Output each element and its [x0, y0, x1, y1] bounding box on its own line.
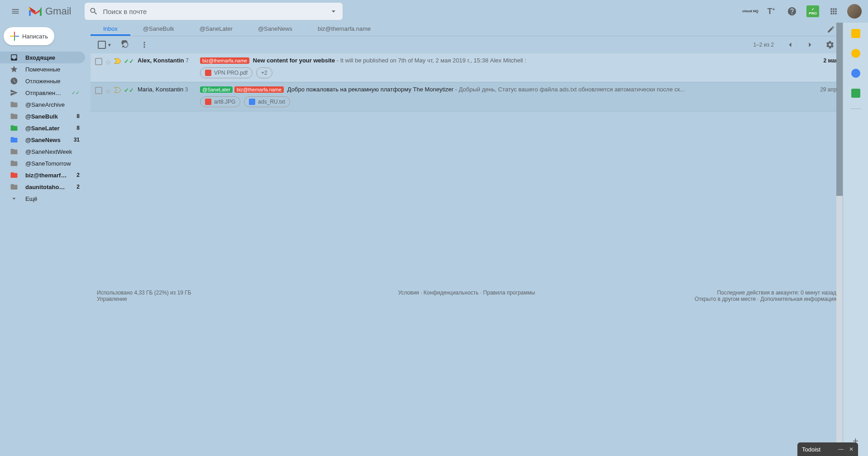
double-check-icon: ✓✓ — [124, 87, 134, 94]
attachments-row: VPN PRO.pdf+2 — [200, 67, 838, 78]
sidebar-label: @SaneTomorrow — [25, 160, 80, 167]
email-row[interactable]: ☆✓✓Maria, Konstantin 3@SaneLaterbiz@them… — [91, 82, 843, 111]
sidebar-label: @SaneArchive — [25, 101, 80, 108]
sidebar-item-входящие[interactable]: Входящие — [0, 52, 85, 63]
sidebar-label: @SaneLater — [25, 125, 69, 132]
label-chip[interactable]: @SaneLater — [200, 86, 233, 93]
file-icon — [205, 99, 211, 105]
file-icon — [205, 70, 211, 76]
refresh-button[interactable] — [117, 37, 134, 53]
label-chip[interactable]: biz@themarfa.name — [234, 86, 284, 93]
sidebar-item--sanetomorrow[interactable]: @SaneTomorrow — [0, 157, 85, 169]
sidebar-item--sanenextweek[interactable]: @SaneNextWeek — [0, 146, 85, 157]
sidebar-item-biz-themarfa-name[interactable]: biz@themarfa.name2 — [0, 169, 85, 181]
sidebar-label: Отправленные — [25, 90, 64, 96]
sender: Maria, Konstantin 3 — [138, 86, 200, 93]
open-elsewhere-link[interactable]: Открыто в другом месте — [695, 296, 756, 302]
folder-icon — [10, 183, 18, 191]
select-all-checkbox[interactable]: ▼ — [95, 38, 114, 52]
email-row[interactable]: ☆✓✓Alex, Konstantin 7biz@themarfa.name N… — [91, 53, 843, 82]
sidebar-item-отправленные[interactable]: Отправленные✓✓ — [0, 87, 85, 99]
star-button[interactable]: ☆ — [105, 58, 111, 66]
sidebar-count: 8 — [76, 113, 80, 119]
attachment-chip[interactable]: ads_RU.txt — [244, 96, 290, 107]
manage-link[interactable]: Управление — [97, 296, 127, 302]
prev-page-button[interactable] — [782, 37, 798, 53]
row-checkbox[interactable] — [95, 87, 102, 94]
double-check-icon: ✓✓ — [124, 58, 134, 65]
avatar-icon — [847, 4, 862, 19]
chevron-icon — [10, 195, 18, 203]
activity-text: Последние действия в аккаунте: 0 минут н… — [590, 290, 836, 296]
sidebar-item-daunitotahomas-m---[interactable]: daunitotahomas@m...2 — [0, 181, 85, 193]
folder-icon — [10, 112, 18, 120]
account-avatar[interactable] — [845, 2, 863, 20]
minimize-icon[interactable]: — — [838, 446, 844, 452]
search-options-icon[interactable] — [329, 7, 338, 16]
settings-button[interactable] — [822, 37, 838, 53]
sidebar-label: Ещё — [25, 195, 80, 202]
details-link[interactable]: Дополнительная информация — [760, 296, 836, 302]
gmail-m-icon — [28, 6, 43, 17]
tab-inbox[interactable]: Inbox — [91, 23, 130, 36]
folder-icon — [10, 147, 18, 156]
tab--sanenews[interactable]: @SaneNews — [245, 23, 305, 36]
todoist-label: Todoist — [802, 446, 820, 453]
tab--sanebulk[interactable]: @SaneBulk — [130, 23, 187, 36]
scrollbar-thumb[interactable] — [836, 23, 843, 196]
folder-icon — [10, 100, 18, 109]
sidebar-label: Помеченные — [25, 66, 80, 73]
search-icon — [89, 7, 98, 16]
addon-4[interactable] — [851, 89, 860, 98]
program-link[interactable]: Правила программы — [483, 290, 535, 296]
row-checkbox[interactable] — [95, 58, 102, 65]
gmail-logo[interactable]: Gmail — [28, 5, 71, 17]
main-pane: Inbox@SaneBulk@SaneLater@SaneNewsbiz@the… — [91, 23, 843, 456]
cloudhq-badge[interactable]: cloud HQ — [741, 2, 759, 20]
sidebar-item-помеченные[interactable]: Помеченные — [0, 63, 85, 75]
calendar-addon[interactable] — [851, 29, 860, 38]
next-page-button[interactable] — [802, 37, 818, 53]
star-button[interactable]: ☆ — [105, 87, 111, 95]
importance-marker[interactable] — [114, 87, 121, 93]
attachment-chip[interactable]: +2 — [256, 67, 272, 78]
sidebar-label: biz@themarfa.name — [25, 172, 69, 179]
attachment-name: ads_RU.txt — [258, 99, 285, 105]
plus-icon — [10, 32, 18, 41]
attachment-chip[interactable]: VPN PRO.pdf — [200, 67, 253, 78]
sidebar-item-ещ-[interactable]: Ещё — [0, 193, 85, 204]
help-button[interactable] — [783, 2, 801, 20]
label-chip[interactable]: biz@themarfa.name — [200, 57, 249, 64]
importance-marker[interactable] — [114, 58, 121, 64]
pro-badge[interactable]: ✓PRO — [804, 2, 822, 20]
sidebar-label: @SaneBulk — [25, 113, 69, 120]
attachment-chip[interactable]: art8.JPG — [200, 96, 240, 107]
sidebar-item--sanelater[interactable]: @SaneLater8 — [0, 122, 85, 134]
tasks-addon[interactable] — [851, 69, 860, 78]
text-format-button[interactable]: T+ — [762, 2, 780, 20]
vertical-scrollbar[interactable] — [836, 23, 843, 456]
tab--sanelater[interactable]: @SaneLater — [187, 23, 245, 36]
more-button[interactable] — [136, 37, 153, 53]
apps-button[interactable] — [825, 2, 843, 20]
terms-link[interactable]: Условия — [398, 290, 419, 296]
sidebar-item--sanenews[interactable]: @SaneNews31 — [0, 134, 85, 146]
email-date: 29 апр. — [820, 86, 838, 93]
add-note-button[interactable] — [825, 24, 836, 35]
todoist-widget[interactable]: Todoist — ✕ — [797, 442, 858, 456]
sidebar-item--sanearchive[interactable]: @SaneArchive — [0, 99, 85, 110]
close-icon[interactable]: ✕ — [849, 446, 854, 452]
tab-biz-themarfa-name[interactable]: biz@themarfa.name — [305, 23, 383, 36]
apps-grid-icon — [829, 7, 838, 16]
sender: Alex, Konstantin 7 — [138, 57, 200, 64]
clock-icon — [10, 77, 18, 85]
search-input[interactable] — [103, 8, 329, 15]
main-menu-button[interactable] — [5, 0, 26, 22]
sidebar-item-отложенные[interactable]: Отложенные — [0, 75, 85, 87]
search-box[interactable] — [85, 3, 343, 20]
compose-button[interactable]: Написать — [4, 27, 54, 45]
sidebar: Написать ВходящиеПомеченныеОтложенныеОтп… — [0, 23, 91, 456]
keep-addon[interactable] — [851, 49, 860, 58]
privacy-link[interactable]: Конфиденциальность — [424, 290, 479, 296]
sidebar-item--sanebulk[interactable]: @SaneBulk8 — [0, 110, 85, 122]
